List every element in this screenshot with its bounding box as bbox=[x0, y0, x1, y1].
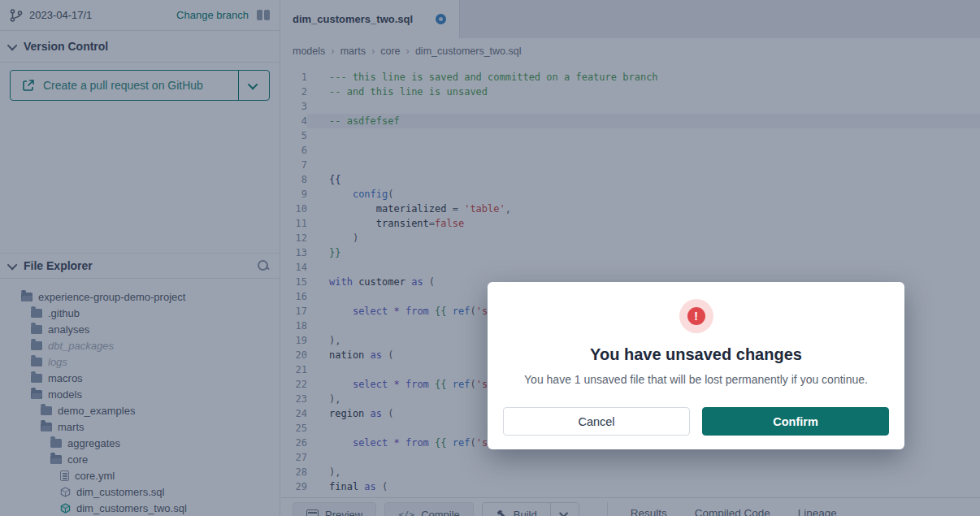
dialog-message: You have 1 unsaved file that will be los… bbox=[488, 373, 904, 386]
alert-icon: ! bbox=[687, 307, 705, 325]
dialog-actions: Cancel Confirm bbox=[488, 407, 904, 436]
confirm-button[interactable]: Confirm bbox=[702, 407, 889, 436]
dbt-cloud-ide: 2023-04-17/1 Change branch Version Contr… bbox=[0, 0, 980, 516]
dialog-title: You have unsaved changes bbox=[488, 345, 904, 364]
cancel-button[interactable]: Cancel bbox=[503, 407, 690, 436]
unsaved-changes-dialog: ! You have unsaved changes You have 1 un… bbox=[488, 282, 904, 449]
alert-halo: ! bbox=[679, 299, 713, 333]
